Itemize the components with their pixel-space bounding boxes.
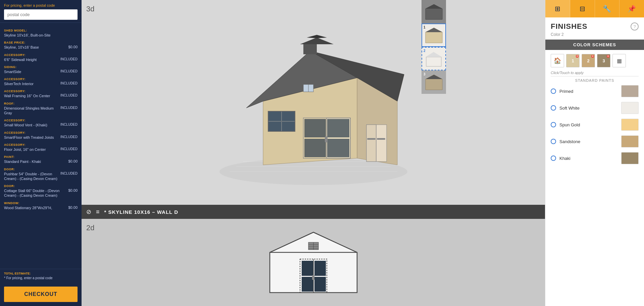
svg-rect-24 [327,139,349,157]
item-name: Wood Stationary 28"Wx29"H, [4,205,66,210]
item-row: Small Wood Vent - (Khaki)INCLUDED [4,123,78,127]
tab-layout[interactable]: ⊞ [545,0,570,17]
finishes-color-label: Color 2 [545,32,644,40]
right-tabs: ⊞ ⊟ 🔧 📌 [545,0,644,17]
svg-rect-22 [327,119,349,137]
thumbnails-panel: 1 2 3 [422,0,446,94]
item-included: INCLUDED [60,123,78,126]
paint-name-sandstone: Sandstone [559,139,621,144]
postal-input[interactable] [4,9,78,20]
paint-item-spun-gold[interactable]: Spun Gold [551,119,639,131]
item-name: SmartFloor with Treated Joists [4,135,58,140]
item-included: INCLUDED [60,147,78,151]
tab-grid[interactable]: ⊟ [570,0,595,17]
total-label: TOTAL ESTIMATE: [4,272,78,275]
item-name: Small Wood Vent - (Khaki) [4,123,58,127]
paint-radio-primed[interactable] [551,88,556,94]
shed-model-row: Skyline 10'x16', Built-on-Site [4,33,78,38]
item-name: 6'6" Sidewall Height [4,57,58,62]
item-category: ACCESSORY: [4,53,78,57]
item-list: SHED MODEL: Skyline 10'x16', Built-on-Si… [0,23,82,269]
svg-rect-45 [302,277,313,292]
svg-marker-56 [426,75,442,79]
scheme-pattern[interactable]: ▦ [612,54,626,67]
paint-item-soft-white[interactable]: Soft White [551,102,639,114]
shed-model-name: Skyline 10'x16', Built-on-Site [4,33,78,38]
item-row: Floor Joist, 16" on CenterINCLUDED [4,147,78,152]
thumb-2-svg [425,50,443,67]
paint-radio-spun-gold[interactable] [551,122,556,127]
paint-name-khaki: Khaki [559,156,621,161]
item-category: ACCESSORY: [4,89,78,93]
checkout-button[interactable]: CHECKOUT [4,287,78,302]
thumb-1-svg [424,26,444,45]
thumb-2[interactable]: 2 [422,47,446,70]
svg-marker-32 [307,35,327,38]
svg-rect-44 [314,261,326,276]
thumb-2-label: 2 [424,49,426,53]
item-price: $0.00 [68,159,78,163]
paint-item-khaki[interactable]: Khaki [551,152,639,164]
item-price: $0.00 [68,45,78,49]
svg-rect-14 [268,112,281,121]
paint-radio-sandstone[interactable] [551,139,556,144]
paint-swatch-primed [621,85,639,97]
paint-name-primed: Primed [559,89,621,94]
tab-tool[interactable]: 🔧 [595,0,620,17]
scheme-2[interactable]: 2✕ [582,54,595,67]
item-included: INCLUDED [60,106,78,110]
item-included: INCLUDED [60,69,78,73]
scheme-1[interactable]: 1✕ [566,54,580,67]
thumb-3-label: 3 [424,72,426,76]
item-included: INCLUDED [60,81,78,85]
postal-section: For pricing, enter a postal code [0,0,82,23]
thumb-3-svg [424,73,444,91]
left-sidebar: For pricing, enter a postal code SHED MO… [0,0,82,306]
thumb-1-label: 1 [424,25,426,29]
item-name: Cottage Stall 66" Double - (Devon Cream)… [4,188,66,198]
ban-icon[interactable]: ⊘ [86,208,91,216]
item-row: Cottage Stall 66" Double - (Devon Cream)… [4,188,78,198]
thumb-1[interactable]: 1 [422,23,446,47]
help-icon[interactable]: ? [631,22,639,30]
item-category: ACCESSORY: [4,143,78,146]
paint-radio-khaki[interactable] [551,156,556,161]
item-included: INCLUDED [60,135,78,139]
item-category: PAINT: [4,155,78,159]
click-touch-label: Click/Touch to apply [545,70,644,76]
view-3d: 3d [82,0,545,219]
thumb-main[interactable] [422,0,446,23]
svg-rect-16 [268,122,281,131]
item-row: Dimensional Shingles Medium GrayINCLUDED [4,106,78,116]
item-name: SilverTech Interior [4,81,58,86]
scheme-3[interactable]: 3✕ [597,54,610,67]
item-name: Skyline, 10'x16' Base [4,45,66,50]
item-category: DOOR: [4,184,78,188]
list-icon[interactable]: ≡ [96,208,100,216]
paint-item-primed[interactable]: Primed [551,85,639,97]
postal-label: For pricing, enter a postal code [4,3,78,7]
item-category: ACCESSORY: [4,131,78,134]
svg-marker-52 [426,28,442,32]
finishes-header: FINISHES ? [545,17,644,32]
label-3d: 3d [86,5,94,13]
item-name: Floor Joist, 16" on Center [4,147,58,152]
paint-radio-soft-white[interactable] [551,105,556,111]
thumb-3[interactable]: 3 [422,70,446,94]
thumb-main-svg [424,3,444,21]
paint-item-sandstone[interactable]: Sandstone [551,135,639,147]
standard-paints-label: STANDARD PAINTS [551,76,639,82]
item-category: ACCESSORY: [4,119,78,122]
item-included: INCLUDED [60,94,78,97]
svg-marker-54 [426,52,442,57]
finishes-title: FINISHES [551,22,587,31]
svg-rect-23 [304,139,326,157]
scheme-home[interactable]: 🏠 [551,54,564,67]
svg-rect-46 [314,277,326,292]
item-row: Wall Framing 16" On CenterINCLUDED [4,94,78,98]
item-included: INCLUDED [60,57,78,61]
svg-rect-6 [366,125,376,162]
tab-pin[interactable]: 📌 [620,0,644,17]
svg-rect-15 [282,112,295,121]
bottom-bar: ⊘ ≡ * SKYLINE 10X16 – WALL D [82,205,545,219]
